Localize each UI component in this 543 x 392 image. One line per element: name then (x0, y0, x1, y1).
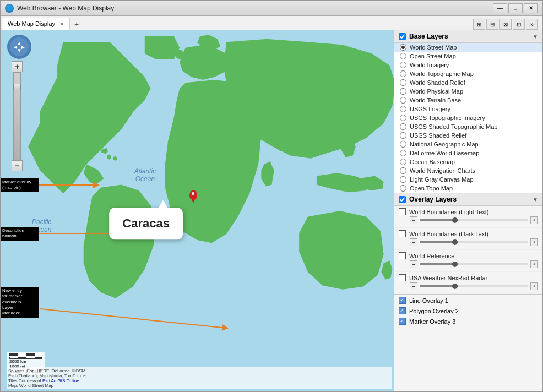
base-layers-section: Base Layers ▼ World Street Map Open Stre… (394, 30, 542, 193)
tab-web-map-display[interactable]: Web Map Display ✕ (3, 18, 70, 30)
layer-item-usgs-imagery[interactable]: USGS Imagery (394, 105, 542, 113)
layer-item-world-physical-map[interactable]: World Physical Map (394, 87, 542, 96)
overlay-wb-dark-header[interactable]: World Boundaries (Dark Text) (399, 230, 538, 237)
browser-toolbar: ⊞ ⊟ ⊠ ⊡ » (473, 19, 540, 30)
zoom-in-button[interactable]: + (12, 61, 23, 72)
overflow-button[interactable]: » (526, 19, 538, 30)
overlay-marker-overlay-3[interactable]: Marker Overlay 3 (394, 316, 542, 326)
overlay-world-reference-slider-plus[interactable]: + (530, 260, 538, 268)
overlay-wb-dark-slider[interactable] (420, 241, 528, 243)
maximize-button[interactable]: □ (508, 3, 523, 13)
radio-usgs-imagery[interactable] (400, 106, 406, 112)
overlay-world-reference-checkbox[interactable] (399, 252, 406, 259)
grid-view-button[interactable]: ⊞ (473, 19, 485, 30)
nav-arrows: ▲ ▼ ◄ ► (13, 40, 26, 53)
list-view-button[interactable]: ⊟ (486, 19, 498, 30)
annotation-label-marker: Marker overlay(map pin) (1, 178, 39, 192)
radio-delorme-world-basemap[interactable] (400, 150, 406, 156)
layer-item-world-street-map[interactable]: World Street Map (394, 43, 542, 52)
attribution-tiles: Tiles Courtesy of (8, 378, 42, 383)
overlay-world-reference-header[interactable]: World Reference (399, 252, 538, 259)
caracas-marker-pin[interactable] (189, 190, 197, 200)
overlay-layers-section: Overlay Layers ▼ World Boundaries (Light… (394, 193, 542, 295)
overlay-layers-checkbox[interactable] (399, 196, 406, 203)
polygon-overlay-2-checkbox[interactable] (399, 307, 406, 314)
base-layers-header[interactable]: Base Layers ▼ (394, 30, 542, 43)
nav-left-arrow: ◄ (13, 44, 18, 50)
overlay-polygon-overlay-2[interactable]: Polygon Overlay 2 (394, 306, 542, 316)
polygon-overlay-2-label: Polygon Overlay 2 (409, 308, 459, 314)
radio-usgs-topographic-imagery[interactable] (400, 115, 406, 121)
overlay-wb-light-slider[interactable] (420, 219, 528, 221)
minimize-button[interactable]: — (493, 3, 507, 13)
overlay-wb-light-slider-plus[interactable]: + (530, 216, 538, 224)
overlay-world-reference-slider-minus[interactable]: − (410, 260, 417, 268)
overlay-layers-header[interactable]: Overlay Layers ▼ (394, 193, 542, 206)
radio-world-terrain-base[interactable] (400, 97, 406, 104)
zoom-out-button[interactable]: − (12, 160, 23, 171)
overlay-nexrad-checkbox[interactable] (399, 274, 406, 281)
zoom-slider[interactable] (13, 72, 21, 160)
radio-usgs-shaded-relief[interactable] (400, 132, 406, 139)
overlay-wb-light-header[interactable]: World Boundaries (Light Text) (399, 208, 538, 215)
overlay-layers-collapse[interactable]: ▼ (533, 197, 538, 203)
caracas-popup[interactable]: Caracas (109, 208, 183, 239)
overlay-world-reference-slider[interactable] (420, 263, 528, 265)
overlay-wb-dark-slider-minus[interactable]: − (410, 238, 417, 246)
base-layers-label: Base Layers (409, 32, 448, 40)
overlay-wb-dark-slider-row: − + (399, 237, 538, 247)
layer-item-open-street-map[interactable]: Open Street Map (394, 52, 542, 61)
overlay-nexrad-header[interactable]: USA Weather NexRad Radar (399, 274, 538, 281)
tab-close-button[interactable]: ✕ (58, 21, 65, 27)
layer-item-usgs-topographic-imagery[interactable]: USGS Topographic Imagery (394, 113, 542, 122)
radio-national-geographic-map[interactable] (400, 141, 406, 148)
map-area[interactable]: AtlanticOcean PacificOcean ▲ ▼ ◄ ► + (1, 30, 394, 391)
base-layers-checkbox[interactable] (399, 33, 406, 40)
map-navigation-control[interactable]: ▲ ▼ ◄ ► (7, 35, 31, 59)
overlay-nexrad-slider-minus[interactable]: − (410, 282, 417, 290)
overlay-nexrad-slider-row: − + (399, 281, 538, 291)
radio-open-street-map[interactable] (400, 53, 406, 59)
zoom-slider-thumb[interactable] (13, 84, 21, 90)
overlay-nexrad-slider-plus[interactable]: + (530, 282, 538, 290)
layer-item-usgs-shaded-relief[interactable]: USGS Shaded Relief (394, 131, 542, 140)
overlay-line-overlay-1[interactable]: Line Overlay 1 (394, 295, 542, 306)
overlay-wb-dark-slider-plus[interactable]: + (530, 238, 538, 246)
radio-world-navigation-charts[interactable] (400, 167, 406, 174)
layer-item-open-topo-map[interactable]: Open Topo Map (394, 184, 542, 193)
new-tab-button[interactable]: + (71, 19, 82, 30)
layer-item-delorme-world-basemap[interactable]: DeLorme World Basemap (394, 149, 542, 157)
radio-world-imagery[interactable] (400, 62, 406, 68)
pin-body (189, 190, 197, 200)
layer-item-ocean-basemap[interactable]: Ocean Basemap (394, 157, 542, 166)
line-overlay-1-checkbox[interactable] (399, 297, 406, 304)
radio-open-topo-map[interactable] (400, 185, 406, 192)
overlay-wb-light-checkbox[interactable] (399, 208, 406, 215)
overlay-wb-light-slider-minus[interactable]: − (410, 216, 417, 224)
radio-light-gray-canvas-map[interactable] (400, 176, 406, 183)
attribution-link[interactable]: Esri ArcGIS Online (42, 378, 79, 383)
layer-item-usgs-shaded-topographic-map[interactable]: USGS Shaded Topographic Map (394, 122, 542, 131)
layer-item-light-gray-canvas-map[interactable]: Light Gray Canvas Map (394, 175, 542, 184)
panel-button[interactable]: ⊠ (499, 19, 512, 30)
layer-item-world-imagery[interactable]: World Imagery (394, 61, 542, 69)
expand-button[interactable]: ⊡ (513, 19, 525, 30)
radio-world-topographic-map[interactable] (400, 70, 406, 77)
layer-item-world-navigation-charts[interactable]: World Navigation Charts (394, 166, 542, 175)
marker-overlay-3-checkbox[interactable] (399, 318, 406, 325)
radio-world-physical-map[interactable] (400, 88, 406, 95)
base-layers-collapse[interactable]: ▼ (533, 34, 538, 40)
layer-item-world-topographic-map[interactable]: World Topographic Map (394, 69, 542, 78)
annotation-label-layer: New entryfor markeroverlay inLayerManage… (1, 287, 39, 318)
radio-ocean-basemap[interactable] (400, 159, 406, 165)
overlay-nexrad-slider[interactable] (420, 285, 528, 287)
close-button[interactable]: ✕ (524, 3, 538, 13)
tab-label: Web Map Display (8, 20, 55, 27)
layer-item-world-terrain-base[interactable]: World Terrain Base (394, 96, 542, 105)
radio-world-shaded-relief[interactable] (400, 79, 406, 86)
overlay-wb-dark-checkbox[interactable] (399, 230, 406, 237)
layer-item-world-shaded-relief[interactable]: World Shaded Relief (394, 78, 542, 87)
layer-item-national-geographic-map[interactable]: National Geographic Map (394, 140, 542, 149)
radio-usgs-shaded-topographic-map[interactable] (400, 123, 406, 130)
radio-world-street-map[interactable] (400, 44, 406, 51)
